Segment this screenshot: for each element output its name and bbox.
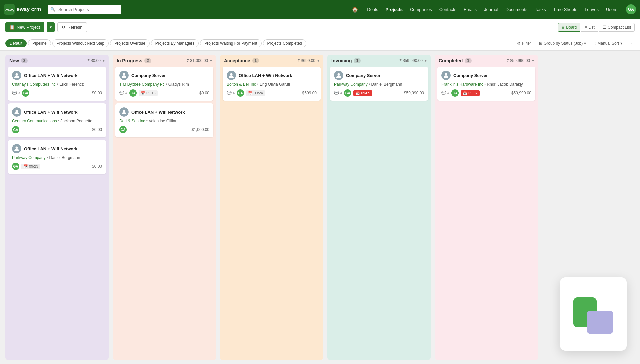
card-avatar-card7 [334,71,343,80]
card-separator: • [57,82,58,87]
home-icon[interactable]: 🏠 [349,4,361,15]
refresh-button[interactable]: ↻ Refresh [57,22,87,32]
card-company: Parkway Company [334,82,368,87]
card-title-card8: Company Server [453,73,488,78]
card-sub-card5: Dorl & Son Inc • Valentine Gillian [119,119,209,123]
more-options-icon[interactable]: ⋮ [628,39,635,47]
avatar[interactable]: GA [626,4,636,14]
comment-icon: 💬 [334,91,339,95]
card-date-card3: 📅 09/23 [21,164,40,169]
card-manager: Eng Olivia Garufi [260,82,290,87]
card-header-card4: Company Server [119,71,209,80]
col-sum-acceptance: Σ$699.00 [298,58,315,63]
compact-list-view-button[interactable]: ☰ Compact List [599,23,635,32]
col-header-completed: Completed1Σ$59,990.00▾ [435,55,538,67]
col-chevron-invoicing[interactable]: ▾ [425,58,427,63]
filter-button[interactable]: ⚙ Filter [514,40,534,47]
nav-links: DealsProjectsCompaniesContactsEmailsJour… [364,5,621,14]
nav-link-projects[interactable]: Projects [382,5,406,14]
card-separator: • [47,155,48,160]
filter-bar: DefaultPipelineProjects Without Next Ste… [0,36,640,51]
col-title-inprogress: In Progress [117,58,142,63]
card-amount-card8: $59,990.00 [511,91,531,95]
board-view-button[interactable]: ⊞ Board [558,23,580,32]
card-avatar-card8 [441,71,451,80]
card-avatar-card6 [227,71,236,80]
col-sum-invoicing: Σ$59,990.00 [399,58,423,63]
card-footer-card1: 💬 3GA$0.00 [12,89,102,97]
card-card6[interactable]: Office LAN + Wifi NetworkBolton & Bell I… [223,67,321,101]
card-card4[interactable]: Company ServerT M Byxbee Company Pc • Gl… [115,67,213,101]
filter-pill-projects-by-managers[interactable]: Projects By Managers [151,39,199,47]
col-title-acceptance: Acceptance [224,58,250,63]
card-header-card2: Office LAN + Wifi Network [12,107,102,117]
filter-pill-projects-overdue[interactable]: Projects Overdue [110,39,150,47]
card-card1[interactable]: Office LAN + Wifi NetworkChanay's Comput… [8,67,106,101]
card-separator: • [58,119,59,123]
floating-widget [560,277,627,351]
card-header-card6: Office LAN + Wifi Network [227,71,317,80]
nav-link-time-sheets[interactable]: Time Sheets [550,5,581,14]
col-chevron-acceptance[interactable]: ▾ [317,58,319,63]
svg-point-3 [16,110,18,112]
filter-pill-pipeline[interactable]: Pipeline [28,39,51,47]
column-completed: Completed1Σ$59,990.00▾Company ServerFran… [435,55,538,360]
card-manager: Gladys Rim [168,82,189,87]
nav-link-emails[interactable]: Emails [460,5,480,14]
card-card5[interactable]: Office LAN + Wifi NetworkDorl & Son Inc … [115,103,213,137]
card-card2[interactable]: Office LAN + Wifi NetworkCentury Communi… [8,103,106,137]
filter-actions: ⚙ Filter ⊞ Group by Status (Job) ▾ ↕ Man… [514,39,635,47]
card-amount-card3: $0.00 [92,164,102,169]
card-header-card5: Office LAN + Wifi Network [119,107,209,117]
card-footer-card2: GA$0.00 [12,126,102,133]
search-wrapper [48,5,121,14]
filter-pill-projects-waiting-for-payment[interactable]: Projects Waiting For Payment [200,39,261,47]
navigation: eway eway crm 🏠 DealsProjectsCompaniesCo… [0,0,640,19]
card-title-card3: Office LAN + Wifi Network [24,146,78,151]
card-company: Parkway Company [12,155,46,160]
card-card8[interactable]: Company ServerFranklin's Hardware Inc • … [437,67,535,101]
svg-point-8 [338,73,340,76]
card-card3[interactable]: Office LAN + Wifi NetworkParkway Company… [8,140,106,174]
nav-link-journal[interactable]: Journal [481,5,502,14]
list-view-button[interactable]: ≡ List [581,23,598,32]
svg-point-2 [16,73,18,76]
card-header-card1: Office LAN + Wifi Network [12,71,102,80]
sort-button[interactable]: ↕ Manual Sort ▾ [591,40,625,47]
nav-link-documents[interactable]: Documents [502,5,531,14]
column-new: New3Σ$0.00▾Office LAN + Wifi NetworkChan… [5,55,109,360]
col-chevron-completed[interactable]: ▾ [532,58,534,63]
card-amount-card6: $699.00 [302,91,317,95]
card-date-card8: 📅 09/07 [461,90,480,96]
filter-pill-projects-without-next-step[interactable]: Projects Without Next Step [52,39,109,47]
new-project-dropdown-button[interactable]: ▾ [47,22,55,32]
card-header-card3: Office LAN + Wifi Network [12,144,102,153]
nav-link-tasks[interactable]: Tasks [531,5,549,14]
card-comments-card6: 💬 4 [227,91,235,95]
comment-icon: 💬 [119,91,124,95]
nav-link-users[interactable]: Users [603,5,621,14]
card-manager: Rndr. Jacob Darakjy [487,82,523,87]
search-input[interactable] [48,5,121,14]
nav-link-companies[interactable]: Companies [407,5,435,14]
col-chevron-inprogress[interactable]: ▾ [210,58,212,63]
col-chevron-new[interactable]: ▾ [103,58,105,63]
card-card7[interactable]: Company ServerParkway Company • Daniel B… [330,67,428,101]
card-footer-avatar-card8: GA [451,89,459,97]
filter-pill-default[interactable]: Default [5,39,27,47]
nav-link-deals[interactable]: Deals [364,5,381,14]
group-by-button[interactable]: ⊞ Group by Status (Job) ▾ [536,40,589,47]
nav-link-contacts[interactable]: Contacts [436,5,460,14]
comment-icon: 💬 [227,91,232,95]
card-footer-avatar-card6: GA [237,89,244,97]
filter-pill-projects-completed[interactable]: Projects Completed [263,39,307,47]
app-logo[interactable]: eway eway crm [4,4,41,15]
card-manager: Erick Ferencz [59,82,84,87]
new-project-button[interactable]: 📋 New Project [5,22,44,32]
nav-link-leaves[interactable]: Leaves [581,5,602,14]
card-footer-card7: 💬 4GA📅 09/09$59,990.00 [334,89,424,97]
purple-shape [587,311,613,334]
card-amount-card4: $0.00 [199,91,209,95]
card-footer-card8: 💬 4GA📅 09/07$59,990.00 [441,89,531,97]
card-title-card6: Office LAN + Wifi Network [239,73,292,78]
